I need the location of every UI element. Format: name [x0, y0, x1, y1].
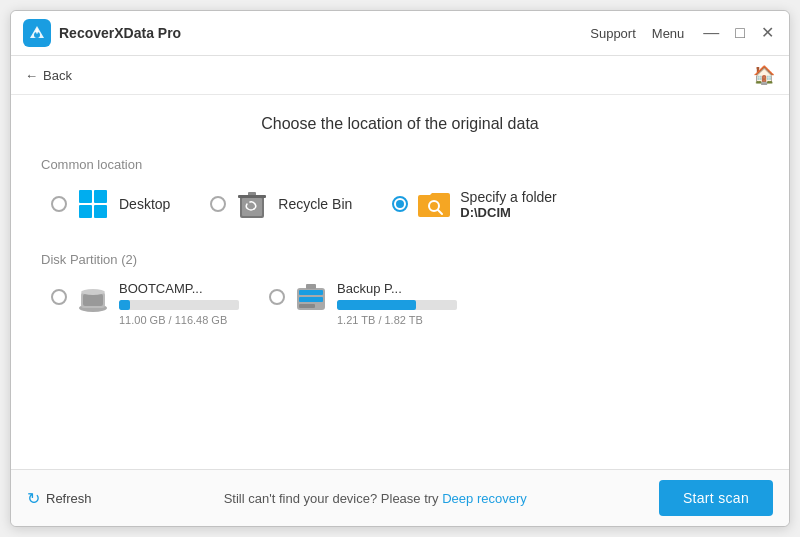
app-window: RecoverXData Pro Support Menu — □ ✕ ← Ba… [10, 10, 790, 527]
refresh-label: Refresh [46, 491, 92, 506]
bootcamp-radio[interactable] [51, 289, 67, 305]
footer-message: Still can't find your device? Please try… [224, 491, 527, 506]
svg-rect-15 [306, 284, 316, 289]
desktop-location[interactable]: Desktop [51, 186, 170, 222]
svg-rect-2 [242, 198, 262, 216]
windows-logo-icon [79, 190, 107, 218]
bootcamp-icon [75, 281, 111, 317]
specify-folder-path: D:\DCIM [460, 205, 557, 220]
title-bar: RecoverXData Pro Support Menu — □ ✕ [11, 11, 789, 56]
specify-folder-label: Specify a folder [460, 189, 557, 205]
backup-size: 1.21 TB / 1.82 TB [337, 314, 457, 326]
specify-folder-info: Specify a folder D:\DCIM [460, 189, 557, 220]
close-button[interactable]: ✕ [758, 25, 777, 41]
svg-rect-4 [238, 195, 266, 198]
desktop-radio[interactable] [51, 196, 67, 212]
window-controls: — □ ✕ [700, 25, 777, 41]
app-title: RecoverXData Pro [59, 25, 181, 41]
deep-recovery-link[interactable]: Deep recovery [442, 491, 527, 506]
bootcamp-info: BOOTCAMP... 11.00 GB / 116.48 GB [119, 281, 239, 326]
minimize-button[interactable]: — [700, 25, 722, 41]
disk-partitions: BOOTCAMP... 11.00 GB / 116.48 GB [41, 281, 759, 326]
footer-message-text: Still can't find your device? Please try [224, 491, 443, 506]
back-button[interactable]: ← Back [25, 68, 72, 83]
backup-name: Backup P... [337, 281, 457, 296]
svg-rect-13 [299, 297, 323, 302]
backup-radio[interactable] [269, 289, 285, 305]
refresh-button[interactable]: ↻ Refresh [27, 489, 92, 508]
start-scan-button[interactable]: Start scan [659, 480, 773, 516]
title-bar-left: RecoverXData Pro [23, 19, 181, 47]
support-link[interactable]: Support [590, 26, 636, 41]
refresh-icon: ↻ [27, 489, 40, 508]
desktop-icon [75, 186, 111, 222]
bootcamp-bar-fill [119, 300, 130, 310]
specify-folder-icon [416, 186, 452, 222]
specify-folder-location[interactable]: Specify a folder D:\DCIM [392, 186, 557, 222]
bootcamp-bar-container [119, 300, 239, 310]
back-arrow-icon: ← [25, 68, 38, 83]
main-content: Choose the location of the original data… [11, 95, 789, 469]
page-title: Choose the location of the original data [41, 115, 759, 133]
action-links: Support Menu [590, 26, 684, 41]
specify-folder-radio[interactable] [392, 196, 408, 212]
disk-item-backup[interactable]: Backup P... 1.21 TB / 1.82 TB [269, 281, 457, 326]
footer: ↻ Refresh Still can't find your device? … [11, 469, 789, 526]
recycle-bin-radio[interactable] [210, 196, 226, 212]
desktop-label: Desktop [119, 196, 170, 212]
bootcamp-size: 11.00 GB / 116.48 GB [119, 314, 239, 326]
common-locations: Desktop Recycle Bin [41, 186, 759, 222]
recycle-bin-icon [234, 186, 270, 222]
backup-icon [293, 281, 329, 317]
svg-point-10 [81, 289, 105, 295]
home-button[interactable]: 🏠 [753, 64, 775, 86]
bootcamp-name: BOOTCAMP... [119, 281, 239, 296]
disk-item-bootcamp[interactable]: BOOTCAMP... 11.00 GB / 116.48 GB [51, 281, 239, 326]
svg-rect-14 [299, 304, 315, 308]
back-label: Back [43, 68, 72, 83]
recycle-bin-location[interactable]: Recycle Bin [210, 186, 352, 222]
nav-bar: ← Back 🏠 [11, 56, 789, 95]
menu-link[interactable]: Menu [652, 26, 685, 41]
recycle-bin-label: Recycle Bin [278, 196, 352, 212]
disk-section-label: Disk Partition (2) [41, 252, 759, 267]
backup-info: Backup P... 1.21 TB / 1.82 TB [337, 281, 457, 326]
title-bar-right: Support Menu — □ ✕ [590, 25, 777, 41]
backup-bar-fill [337, 300, 416, 310]
maximize-button[interactable]: □ [732, 25, 748, 41]
app-logo [23, 19, 51, 47]
backup-bar-container [337, 300, 457, 310]
common-section-label: Common location [41, 157, 759, 172]
svg-rect-12 [299, 290, 323, 295]
svg-rect-9 [83, 294, 103, 306]
